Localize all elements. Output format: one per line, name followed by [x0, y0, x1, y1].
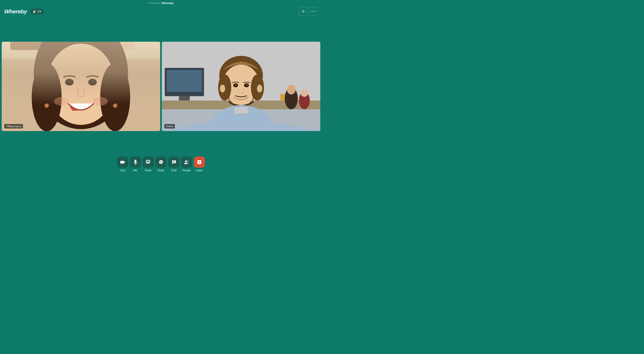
video-area: Tiffany (you)	[0, 17, 322, 151]
svg-point-36	[301, 89, 308, 97]
tiffany-video-feed	[2, 42, 160, 131]
more-options-button[interactable]	[309, 7, 318, 16]
participant-name-tiffany: Tiffany (you)	[4, 124, 23, 128]
svg-point-5	[314, 11, 316, 12]
gear-icon	[301, 9, 305, 13]
share-label: Share	[145, 169, 152, 172]
svg-point-15	[32, 63, 62, 131]
people-icon	[184, 160, 189, 164]
whereby-logo: Whereby	[4, 8, 27, 15]
denis-video-feed	[162, 42, 320, 131]
svg-point-20	[92, 97, 108, 105]
svg-point-1	[34, 12, 35, 12]
settings-button[interactable]	[299, 7, 308, 16]
svg-point-45	[246, 84, 248, 86]
svg-rect-7	[2, 42, 160, 58]
svg-rect-11	[104, 42, 134, 50]
svg-point-18	[88, 79, 97, 85]
svg-text:✕: ✕	[198, 161, 200, 164]
svg-point-22	[113, 103, 117, 108]
svg-point-44	[235, 84, 236, 86]
camera-icon	[120, 160, 125, 164]
svg-rect-46	[234, 107, 248, 114]
svg-point-4	[313, 11, 314, 12]
leave-label: Leave	[196, 169, 203, 172]
svg-rect-8	[10, 42, 44, 50]
svg-point-2	[303, 11, 304, 12]
react-icon	[159, 160, 163, 164]
people-icon-bg	[181, 157, 192, 168]
leave-icon-bg: ✕	[194, 157, 205, 168]
header-left: Whereby 2/4	[4, 8, 44, 15]
svg-rect-37	[280, 94, 284, 101]
chat-icon-bg	[168, 157, 179, 168]
microphone-icon	[134, 160, 137, 164]
svg-point-16	[100, 63, 130, 131]
powered-by-text: Powered by	[149, 2, 161, 4]
people-label: People	[182, 169, 190, 172]
leave-button[interactable]: ✕ Leave	[194, 157, 205, 172]
share-icon-bg	[143, 157, 154, 168]
react-icon-bg	[156, 157, 166, 168]
toolbar: Cam Mic Share	[0, 151, 322, 177]
cam-button[interactable]: Cam	[117, 157, 128, 172]
svg-point-3	[312, 11, 312, 12]
chat-icon	[172, 160, 176, 164]
svg-point-48	[257, 85, 262, 92]
powered-by-brand: Whereby	[162, 1, 174, 5]
react-label: React	[158, 169, 164, 172]
participant-count: 2/4	[37, 10, 41, 13]
svg-rect-30	[179, 96, 190, 100]
participant-name-denis: Denis	[164, 124, 175, 128]
participant-count-badge: 2/4	[30, 9, 44, 14]
svg-rect-49	[120, 161, 124, 164]
svg-point-19	[54, 97, 69, 105]
mic-icon-bg	[130, 157, 141, 168]
mic-button[interactable]: Mic	[130, 157, 141, 172]
cam-icon-bg	[117, 157, 128, 168]
powered-by-bar: Powered by Whereby	[0, 0, 322, 6]
lock-icon	[33, 10, 36, 13]
video-tile-tiffany: Tiffany (you)	[2, 42, 160, 131]
chat-button[interactable]: Chat	[168, 157, 179, 172]
video-tile-denis: Denis	[162, 42, 320, 131]
cam-label: Cam	[120, 169, 125, 172]
svg-rect-50	[134, 160, 136, 163]
svg-rect-9	[49, 42, 74, 50]
header-right	[299, 7, 318, 16]
share-button[interactable]: Share	[143, 157, 154, 172]
header: Whereby 2/4	[0, 6, 322, 17]
svg-point-34	[287, 85, 296, 94]
react-button[interactable]: React	[156, 157, 166, 172]
svg-point-47	[220, 85, 225, 92]
svg-point-60	[187, 161, 188, 162]
svg-rect-10	[79, 42, 100, 50]
share-icon	[146, 160, 150, 164]
chat-label: Chat	[171, 169, 176, 172]
mic-label: Mic	[134, 169, 138, 172]
ellipsis-icon	[312, 11, 316, 12]
svg-point-17	[65, 79, 74, 85]
people-button[interactable]: People	[181, 157, 192, 172]
leave-icon: ✕	[197, 160, 202, 164]
svg-rect-29	[167, 70, 202, 92]
svg-point-59	[185, 160, 187, 162]
svg-point-21	[44, 103, 49, 108]
